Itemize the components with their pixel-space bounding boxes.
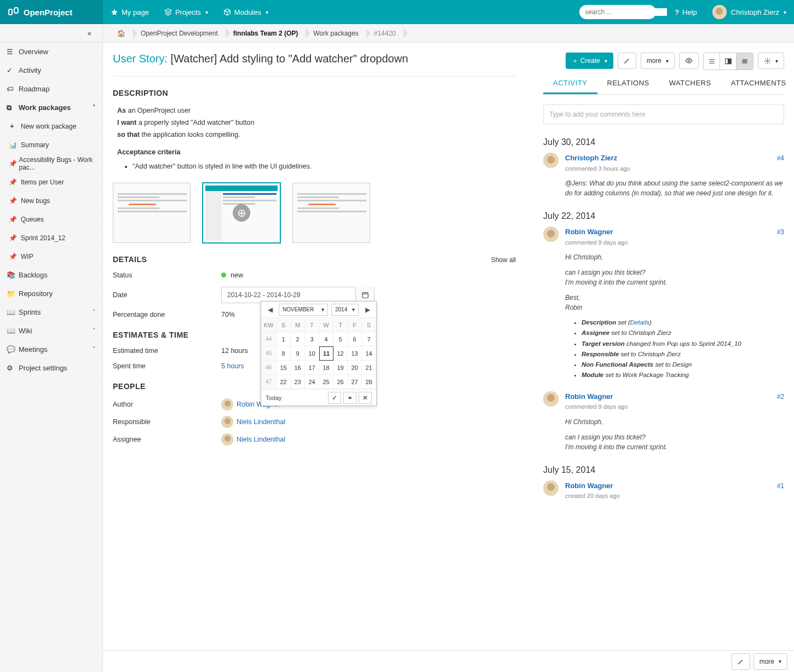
datepicker-link[interactable]: ⚭: [343, 392, 356, 404]
dp-day[interactable]: 26: [333, 375, 348, 389]
sidebar-item-accessibility-bugs[interactable]: 📌Accessibility Bugs - Work pac...: [0, 154, 102, 173]
dp-day[interactable]: 10: [305, 346, 319, 361]
global-search[interactable]: [579, 5, 656, 19]
dp-day[interactable]: 13: [348, 346, 362, 361]
dp-day-selected[interactable]: 11: [319, 346, 333, 361]
dp-day[interactable]: 22: [277, 375, 291, 389]
tab-watchers[interactable]: WATCHERS: [659, 73, 721, 94]
footer-edit-button[interactable]: [732, 653, 750, 670]
dp-day[interactable]: 16: [291, 361, 305, 375]
dp-day[interactable]: 3: [305, 332, 319, 346]
sidebar-item-work-packages[interactable]: ⧉Work packages˄: [0, 99, 102, 117]
footer-more-button[interactable]: more▾: [753, 653, 787, 670]
sidebar-item-project-settings[interactable]: ⚙Project settings: [0, 359, 102, 378]
nav-projects[interactable]: Projects▾: [157, 0, 216, 24]
spent-time-link[interactable]: 5 hours: [221, 362, 244, 370]
activity-user-link[interactable]: Robin Wagner: [565, 227, 613, 237]
view-split-button[interactable]: [720, 53, 737, 69]
datepicker-year-select[interactable]: 2014▾: [331, 304, 359, 316]
caret-down-icon: ▾: [605, 58, 607, 64]
datepicker-prev[interactable]: ◀: [264, 306, 275, 314]
activity-user-link[interactable]: Christoph Zierz: [565, 153, 617, 164]
breadcrumb-project[interactable]: OpenProject Development: [133, 24, 226, 43]
dp-day[interactable]: 15: [277, 361, 291, 375]
dp-day[interactable]: 9: [291, 346, 305, 361]
datepicker-next[interactable]: ▶: [362, 306, 373, 314]
sidebar-collapse-button[interactable]: «: [0, 24, 102, 43]
comment-input[interactable]: Type to add your comments here: [543, 105, 784, 124]
sidebar-item-repository[interactable]: 📁Repository: [0, 285, 102, 303]
dp-day[interactable]: 1: [277, 332, 291, 346]
dp-day[interactable]: 6: [348, 332, 362, 346]
dp-day[interactable]: 27: [348, 375, 362, 389]
dp-day[interactable]: 23: [291, 375, 305, 389]
search-input[interactable]: [585, 8, 667, 16]
datepicker-month-select[interactable]: NOVEMBER▾: [279, 304, 328, 316]
dp-day[interactable]: 28: [362, 375, 376, 389]
responsible-link[interactable]: Niels Lindenthal: [237, 418, 285, 426]
sidebar-item-new-wp[interactable]: ＋New work package: [0, 117, 102, 136]
dp-day[interactable]: 20: [348, 361, 362, 375]
sidebar-item-wip[interactable]: 📌WIP: [0, 247, 102, 266]
sidebar-item-backlogs[interactable]: 📚Backlogs: [0, 266, 102, 285]
more-button[interactable]: more▾: [641, 53, 675, 69]
activity-user-link[interactable]: Robin Wagner: [565, 480, 613, 491]
nav-modules[interactable]: Modules▾: [216, 0, 276, 24]
dp-day[interactable]: 5: [333, 332, 348, 346]
sidebar-item-meetings[interactable]: 💬Meetings˅: [0, 340, 102, 359]
activity-anchor[interactable]: #4: [777, 153, 784, 163]
sidebar-item-items-per-user[interactable]: 📌Items per User: [0, 173, 102, 192]
watch-button[interactable]: [679, 53, 699, 69]
attachment-thumb-1[interactable]: [113, 183, 191, 243]
create-button[interactable]: ＋Create▾: [566, 53, 613, 69]
dp-day[interactable]: 2: [291, 332, 305, 346]
tab-activity[interactable]: ACTIVITY: [543, 73, 597, 94]
view-full-button[interactable]: [737, 53, 753, 69]
nav-my-page[interactable]: My page: [103, 0, 157, 24]
dp-day[interactable]: 18: [319, 361, 333, 375]
details-link[interactable]: Details: [630, 319, 649, 326]
sidebar-item-summary[interactable]: 📊Summary: [0, 136, 102, 154]
dp-day[interactable]: 24: [305, 375, 319, 389]
dp-day[interactable]: 14: [362, 346, 376, 361]
attachment-thumb-2[interactable]: [203, 183, 280, 243]
breadcrumb-section[interactable]: Work packages: [306, 24, 366, 43]
dp-day[interactable]: 25: [319, 375, 333, 389]
dp-day[interactable]: 19: [333, 361, 348, 375]
assignee-link[interactable]: Niels Lindenthal: [237, 436, 285, 443]
tab-relations[interactable]: RELATIONS: [597, 73, 659, 94]
show-all-link[interactable]: Show all: [491, 256, 516, 264]
sidebar-item-sprints[interactable]: 📖Sprints˅: [0, 303, 102, 322]
sidebar-item-new-bugs[interactable]: 📌New bugs: [0, 192, 102, 210]
sidebar-item-roadmap[interactable]: 🏷Roadmap: [0, 80, 102, 99]
dp-day[interactable]: 21: [362, 361, 376, 375]
breadcrumb-id[interactable]: #14420: [366, 24, 404, 43]
nav-help[interactable]: ? Help: [667, 0, 705, 24]
tab-attachments[interactable]: ATTACHMENTS: [721, 73, 794, 94]
dp-day[interactable]: 8: [277, 346, 291, 361]
activity-anchor[interactable]: #3: [777, 227, 784, 237]
sidebar-item-wiki[interactable]: 📖Wiki˅: [0, 322, 102, 340]
activity-anchor[interactable]: #2: [777, 392, 784, 402]
brand-logo[interactable]: OpenProject: [0, 0, 103, 24]
sidebar-item-sprint-2014-12[interactable]: 📌Sprint 2014_12: [0, 229, 102, 247]
edit-button[interactable]: [618, 53, 636, 69]
dp-day[interactable]: 4: [319, 332, 333, 346]
sidebar-item-activity[interactable]: ✓Activity: [0, 61, 102, 80]
activity-anchor[interactable]: #1: [777, 481, 784, 491]
breadcrumb-home[interactable]: 🏠: [110, 24, 133, 43]
nav-user-menu[interactable]: Christoph Zierz▾: [705, 0, 794, 24]
datepicker-today-link[interactable]: Today: [266, 395, 281, 401]
datepicker-confirm[interactable]: ✓: [328, 392, 341, 404]
activity-user-link[interactable]: Robin Wagner: [565, 391, 613, 402]
dp-day[interactable]: 17: [305, 361, 319, 375]
sidebar-item-overview[interactable]: ☰Overview: [0, 43, 102, 61]
settings-button[interactable]: ▾: [758, 53, 784, 69]
datepicker-close[interactable]: ✕: [359, 392, 372, 404]
sidebar-item-queues[interactable]: 📌Queues: [0, 210, 102, 229]
attachment-thumb-3[interactable]: [292, 183, 370, 243]
view-list-button[interactable]: [704, 53, 720, 69]
dp-day[interactable]: 12: [333, 346, 348, 361]
dp-day[interactable]: 7: [362, 332, 376, 346]
breadcrumb-team[interactable]: finnlabs Team 2 (OP): [226, 24, 306, 43]
